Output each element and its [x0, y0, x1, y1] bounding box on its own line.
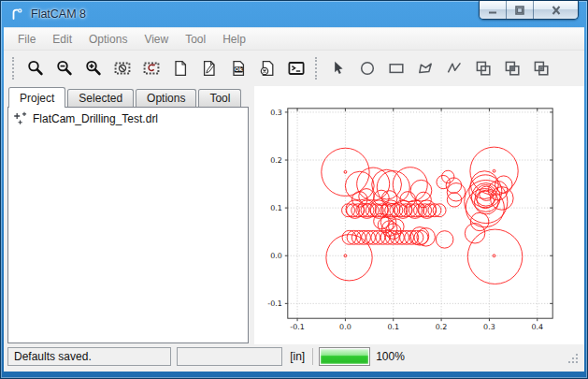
- status-message: Defaults saved.: [14, 350, 92, 363]
- polygon-union-tool-button[interactable]: [468, 54, 497, 82]
- zoom-out-button[interactable]: [50, 54, 79, 82]
- svg-text:-0.1: -0.1: [267, 299, 282, 308]
- subtract-icon: [532, 59, 551, 78]
- toolbar-drag-handle[interactable]: [12, 57, 14, 80]
- menubar: File Edit Options View Tool Help: [4, 28, 584, 51]
- tree-item-drill-file[interactable]: FlatCam_Drilling_Test.drl: [10, 109, 246, 128]
- polygon-icon: [416, 59, 435, 78]
- resize-grip[interactable]: [566, 352, 580, 365]
- svg-text:0.3: 0.3: [270, 109, 282, 117]
- tab-selected[interactable]: Selected: [67, 89, 134, 107]
- units-label: [in]: [288, 350, 307, 363]
- svg-text:0.0: 0.0: [270, 252, 282, 260]
- client-area: File Edit Options View Tool Help: [4, 27, 584, 372]
- project-tree[interactable]: FlatCam_Drilling_Test.drl: [7, 107, 249, 343]
- close-button[interactable]: [534, 1, 578, 19]
- maximize-icon: [513, 5, 526, 16]
- union-icon: [474, 59, 493, 78]
- rectangle-icon: [387, 59, 406, 78]
- svg-text:0.0: 0.0: [339, 323, 351, 331]
- svg-text:-0.1: -0.1: [290, 323, 305, 331]
- menu-help[interactable]: Help: [214, 30, 254, 49]
- tab-options[interactable]: Options: [136, 89, 196, 107]
- progress-percent-label: 100%: [376, 350, 405, 363]
- menu-file[interactable]: File: [9, 30, 44, 49]
- shell-icon: [287, 59, 306, 78]
- zoom-in-icon: [84, 59, 103, 78]
- drill-plot: -0.10.00.10.20.30.4-0.10.00.10.20.3: [254, 86, 584, 344]
- menu-edit[interactable]: Edit: [44, 30, 80, 49]
- new-document-icon: [171, 59, 190, 78]
- app-icon: [9, 7, 24, 22]
- clear-plot-button[interactable]: [108, 54, 136, 82]
- main-area: Project Selected Options Tool FlatCam_Dr…: [4, 86, 584, 344]
- clear-plot-icon: [113, 59, 132, 78]
- delete-document-icon: [258, 59, 277, 78]
- caption-buttons: [479, 1, 579, 20]
- app-window: FlatCAM 8 File Edit Options View Tool He…: [0, 0, 588, 379]
- svg-text:Ok: Ok: [235, 66, 243, 72]
- shell-button[interactable]: [281, 54, 310, 82]
- save-ok-document-button[interactable]: Ok: [223, 54, 252, 82]
- plot-canvas[interactable]: -0.10.00.10.20.30.4-0.10.00.10.20.3: [254, 86, 584, 344]
- tab-project[interactable]: Project: [8, 87, 65, 108]
- zoom-in-button[interactable]: [79, 54, 108, 82]
- zoom-out-icon: [55, 59, 74, 78]
- draw-rectangle-tool-button[interactable]: [381, 54, 410, 82]
- close-icon: [550, 5, 563, 16]
- svg-text:0.3: 0.3: [483, 323, 495, 331]
- polygon-intersection-tool-button[interactable]: [497, 54, 526, 82]
- toolbar: Ok: [4, 51, 584, 86]
- status-secondary-field: [177, 347, 282, 366]
- tree-item-label: FlatCam_Drilling_Test.drl: [33, 112, 158, 125]
- titlebar[interactable]: FlatCAM 8: [1, 1, 587, 27]
- circle-icon: [358, 59, 377, 78]
- minimize-icon: [486, 5, 499, 16]
- save-ok-document-icon: Ok: [229, 59, 248, 78]
- select-tool-button[interactable]: [323, 54, 352, 82]
- progress-fill: [321, 349, 368, 364]
- svg-text:0.2: 0.2: [270, 156, 282, 165]
- zoom-fit-button[interactable]: [21, 54, 50, 82]
- intersection-icon: [503, 59, 522, 78]
- tab-bar: Project Selected Options Tool: [7, 86, 249, 107]
- drill-marks-icon: [13, 111, 28, 126]
- path-icon: [445, 59, 464, 78]
- maximize-button[interactable]: [507, 1, 534, 19]
- minimize-button[interactable]: [480, 1, 507, 19]
- editor-toolbar-drag-handle[interactable]: [315, 57, 317, 80]
- statusbar: Defaults saved. [in] 100%: [4, 344, 584, 372]
- draw-circle-tool-button[interactable]: [352, 54, 381, 82]
- new-document-button[interactable]: [165, 54, 194, 82]
- left-panel: Project Selected Options Tool FlatCam_Dr…: [7, 86, 249, 344]
- menu-options[interactable]: Options: [80, 30, 136, 49]
- svg-text:0.2: 0.2: [436, 323, 448, 331]
- svg-text:0.4: 0.4: [531, 323, 543, 331]
- polygon-subtract-tool-button[interactable]: [526, 54, 555, 82]
- svg-text:0.1: 0.1: [270, 204, 282, 212]
- draw-polygon-tool-button[interactable]: [410, 54, 439, 82]
- select-cursor-icon: [329, 59, 348, 78]
- progress-bar: [319, 347, 370, 366]
- menu-view[interactable]: View: [136, 30, 177, 49]
- open-document-button[interactable]: [194, 54, 223, 82]
- window-title: FlatCAM 8: [31, 7, 86, 21]
- tab-tool[interactable]: Tool: [198, 89, 241, 107]
- delete-document-button[interactable]: [252, 54, 281, 82]
- menu-tool[interactable]: Tool: [177, 30, 214, 49]
- zoom-fit-icon: [26, 59, 45, 78]
- replot-button[interactable]: [136, 54, 165, 82]
- draw-path-tool-button[interactable]: [439, 54, 468, 82]
- status-separator: [312, 348, 313, 365]
- status-message-field: Defaults saved.: [7, 347, 171, 366]
- replot-icon: [142, 59, 161, 78]
- svg-text:0.1: 0.1: [387, 323, 399, 331]
- open-document-icon: [200, 59, 219, 78]
